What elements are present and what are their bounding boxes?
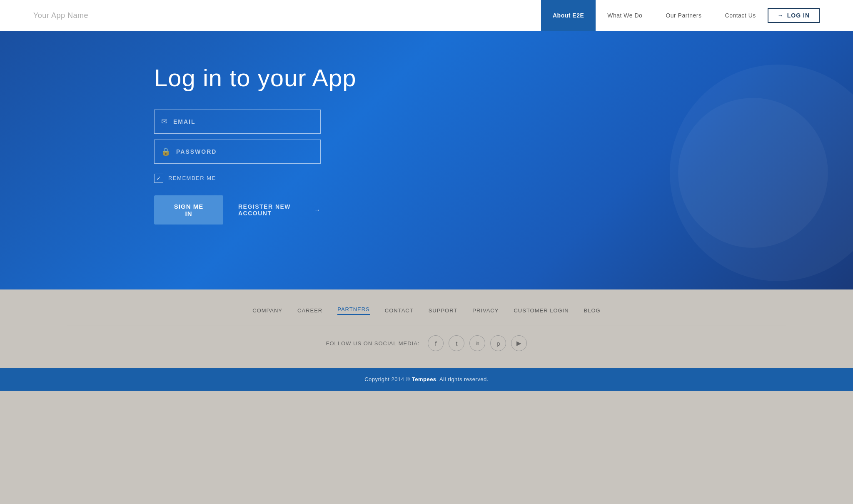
social-media-row: FOLLOW US ON SOCIAL MEDIA: f t in p ▶	[33, 335, 820, 351]
site-footer: COMPANY CAREER PARTNERS CONTACT SUPPORT …	[0, 289, 853, 351]
remember-me-checkbox[interactable]: ✓	[154, 174, 163, 183]
email-input-group: ✉	[154, 110, 321, 134]
login-icon: →	[778, 12, 784, 19]
password-input-group: 🔒	[154, 140, 321, 164]
hero-title: Log in to your App	[154, 65, 357, 91]
footer-nav-partners[interactable]: PARTNERS	[337, 306, 370, 315]
email-icon: ✉	[161, 117, 167, 126]
app-name: Your App Name	[33, 11, 88, 20]
nav-item-contact[interactable]: Contact Us	[713, 0, 768, 31]
facebook-icon[interactable]: f	[428, 335, 444, 351]
remember-me-row: ✓ REMEMBER ME	[154, 174, 321, 183]
twitter-icon[interactable]: t	[449, 335, 464, 351]
footer-nav: COMPANY CAREER PARTNERS CONTACT SUPPORT …	[33, 306, 820, 315]
login-form: ✉ 🔒 ✓ REMEMBER ME SIGN ME IN REGISTER NE…	[154, 110, 321, 225]
footer-nav-company[interactable]: COMPANY	[252, 307, 282, 314]
site-header: Your App Name About E2E What We Do Our P…	[0, 0, 853, 31]
sign-in-button[interactable]: SIGN ME IN	[154, 195, 223, 225]
footer-nav-support[interactable]: SUPPORT	[429, 307, 458, 314]
remember-me-label: REMEMBER ME	[168, 175, 216, 181]
social-label: FOLLOW US ON SOCIAL MEDIA:	[326, 340, 420, 347]
copyright-text: Copyright 2014 ©	[364, 376, 412, 382]
hero-section: Log in to your App ✉ 🔒 ✓ REMEMBER ME SIG…	[0, 31, 853, 289]
nav-item-about[interactable]: About E2E	[541, 0, 596, 31]
form-actions: SIGN ME IN REGISTER NEW ACCOUNT →	[154, 195, 321, 225]
copyright-brand[interactable]: Tempees	[412, 376, 436, 382]
pinterest-icon[interactable]: p	[490, 335, 506, 351]
linkedin-icon[interactable]: in	[469, 335, 485, 351]
register-link[interactable]: REGISTER NEW ACCOUNT →	[238, 203, 321, 217]
lock-icon: 🔒	[161, 147, 170, 156]
copyright-bar: Copyright 2014 © Tempees. All rights res…	[0, 368, 853, 391]
youtube-icon[interactable]: ▶	[511, 335, 527, 351]
footer-nav-privacy[interactable]: PRIVACY	[472, 307, 499, 314]
login-button[interactable]: → LOG IN	[768, 8, 820, 23]
copyright-suffix: . All rights reserved.	[436, 376, 489, 382]
password-input[interactable]	[176, 148, 314, 155]
main-nav: About E2E What We Do Our Partners Contac…	[541, 0, 820, 31]
footer-nav-blog[interactable]: BLOG	[584, 307, 601, 314]
footer-nav-career[interactable]: CAREER	[297, 307, 322, 314]
footer-divider	[67, 325, 786, 325]
footer-nav-contact[interactable]: CONTACT	[385, 307, 414, 314]
arrow-right-icon: →	[314, 207, 321, 213]
nav-item-partners[interactable]: Our Partners	[654, 0, 713, 31]
checkmark-icon: ✓	[156, 175, 161, 182]
nav-item-what[interactable]: What We Do	[596, 0, 654, 31]
footer-nav-customer-login[interactable]: CUSTOMER LOGIN	[514, 307, 569, 314]
email-input[interactable]	[173, 118, 314, 125]
